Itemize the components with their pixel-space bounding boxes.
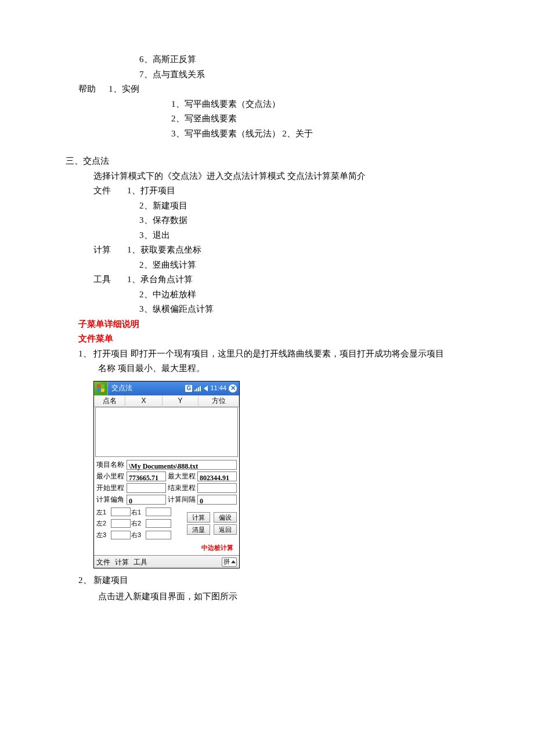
start-button[interactable] (94, 381, 108, 395)
back-button[interactable]: 返回 (214, 524, 237, 535)
label-l3: 左3 (96, 530, 110, 541)
col-y[interactable]: Y (163, 394, 199, 408)
prev-list-item-7: 7、点与直线关系 (78, 67, 499, 82)
section3-intro: 选择计算模式下的《交点法》进入交点法计算模式 交点法计算菜单简介 (78, 169, 499, 184)
input-l3[interactable] (111, 531, 131, 539)
input-r2[interactable] (146, 519, 171, 528)
offset-button[interactable]: 偏设 (214, 512, 237, 523)
label-projname: 项目名称 (96, 459, 125, 470)
tool-item-1: 1、承台角点计算 (127, 272, 193, 287)
red-heading-submenu: 子菜单详细说明 (78, 317, 499, 332)
label-r2: 右2 (131, 518, 145, 529)
menu-calc[interactable]: 计算 (115, 556, 129, 568)
list-headers: 点名 X Y 方位 (94, 395, 239, 407)
clock-text: 11:44 (210, 383, 226, 394)
input-projname[interactable]: \My Documents\888.txt (127, 460, 237, 470)
input-r3[interactable] (146, 531, 171, 539)
label-maxmile: 最大里程 (167, 470, 196, 482)
status-tray: G 11:44 ✕ (185, 383, 239, 394)
input-endmile[interactable] (197, 483, 237, 493)
col-direction[interactable]: 方位 (199, 394, 239, 408)
label-minmile: 最小里程 (96, 470, 125, 482)
close-icon[interactable]: ✕ (229, 384, 237, 393)
label-l1: 左1 (96, 507, 110, 518)
window-title: 交点法 (108, 382, 185, 394)
menu-tool[interactable]: 工具 (134, 556, 147, 568)
desc2-num: 2、 (78, 573, 86, 588)
sip-label: 拼 (223, 556, 230, 567)
desc2-title: 新建项目 (93, 573, 128, 588)
windows-flag-icon (97, 384, 105, 393)
help-sub-2: 2、写竖曲线要素 (78, 111, 499, 127)
label-offset: 计算偏角 (96, 494, 125, 505)
input-interval[interactable]: 0 (197, 495, 237, 505)
menu-file[interactable]: 文件 (96, 556, 110, 568)
col-pointname[interactable]: 点名 (94, 394, 125, 408)
section3-title: 三、交点法 (66, 154, 499, 169)
pda-titlebar: 交点法 G 11:44 ✕ (94, 381, 239, 395)
calc-button[interactable]: 计算 (187, 512, 210, 523)
file-item-2: 2、新建项目 (78, 199, 499, 214)
label-l2: 左2 (96, 518, 110, 529)
desc-open-line2: 名称 项目最小、最大里程。 (78, 361, 499, 376)
menu-label-file: 文件 (93, 183, 127, 199)
input-startmile[interactable] (127, 483, 166, 493)
desc2-line: 点击进入新建项目界面，如下图所示 (78, 589, 499, 604)
menu-label-tool: 工具 (93, 272, 127, 287)
file-item-4: 3、退出 (78, 228, 499, 243)
tool-item-3: 3、纵横偏距点计算 (78, 302, 499, 317)
mode-label: 中边桩计算 (96, 541, 237, 556)
col-x[interactable]: X (125, 394, 163, 408)
input-l2[interactable] (111, 519, 131, 528)
label-r3: 右3 (131, 530, 145, 541)
input-maxmile[interactable]: 802344.91 (197, 471, 237, 481)
red-heading-filemenu: 文件菜单 (78, 332, 499, 347)
pda-menubar: 文件 计算 工具 拼 (94, 555, 239, 568)
prev-list-item-6: 6、高斯正反算 (78, 52, 499, 67)
label-r1: 右1 (131, 507, 145, 518)
pda-screenshot: 交点法 G 11:44 ✕ 点名 X Y 方位 项目名称 \My Documen… (93, 381, 240, 569)
help-sub-3: 3、写平曲线要素（线元法） 2、关于 (78, 127, 499, 142)
input-r1[interactable] (146, 507, 171, 516)
label-interval: 计算间隔 (167, 494, 196, 505)
desc-open-line1: 1、 打开项目 即打开一个现有项目，这里只的是打开线路曲线要素，项目打开成功将会… (78, 347, 499, 362)
label-startmile: 开始里程 (96, 482, 125, 494)
clear-button[interactable]: 清显 (187, 524, 210, 535)
calc-item-1: 1、获取要素点坐标 (127, 243, 201, 258)
label-endmile: 结束里程 (167, 482, 196, 494)
input-minmile[interactable]: 773665.71 (127, 471, 166, 481)
input-offset[interactable]: 0 (127, 495, 166, 505)
gprs-icon[interactable]: G (185, 385, 192, 392)
sip-button[interactable]: 拼 (222, 557, 237, 567)
file-item-3: 3、保存数据 (78, 213, 499, 228)
menu-label-help: 帮助 (78, 82, 109, 97)
help-sub-1: 1、写平曲线要素（交点法） (78, 97, 499, 112)
list-area[interactable] (95, 407, 238, 457)
calc-item-2: 2、竖曲线计算 (78, 258, 499, 273)
chevron-up-icon (231, 560, 236, 563)
help-item-1: 1、实例 (109, 82, 139, 97)
menu-label-calc: 计算 (93, 243, 127, 258)
input-l1[interactable] (111, 507, 131, 516)
tool-item-2: 2、中边桩放样 (78, 287, 499, 303)
signal-icon[interactable] (194, 386, 201, 391)
file-item-1: 1、打开项目 (127, 183, 175, 199)
speaker-icon[interactable] (204, 386, 208, 391)
